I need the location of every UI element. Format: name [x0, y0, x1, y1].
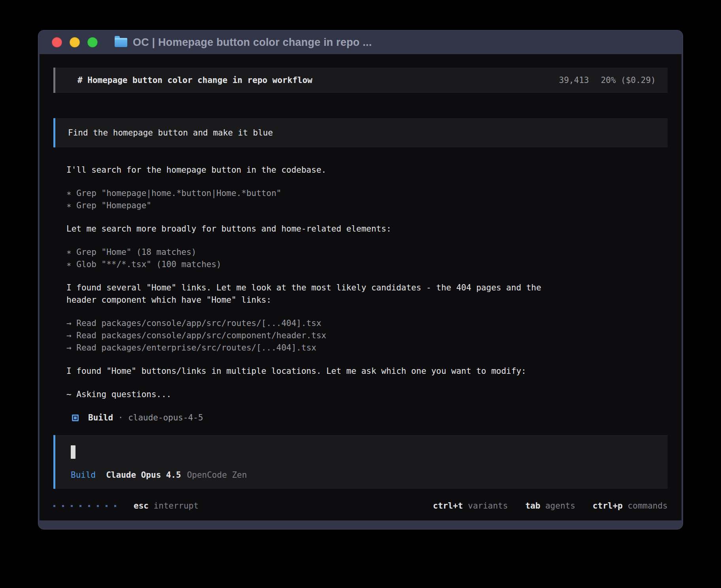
statusbar-right: ctrl+t variantstab agentsctrl+p commands	[433, 500, 668, 512]
hint-label: agents	[540, 501, 576, 511]
tool-call-text: Read packages/console/app/src/routes/[..…	[72, 318, 321, 328]
user-message: Find the homepage button and make it blu…	[53, 118, 668, 147]
spinner-dot	[106, 505, 108, 507]
key-hint: tab agents	[525, 500, 575, 512]
transcript-block: Let me search more broadly for buttons a…	[66, 223, 668, 235]
transcript-block: ∗ Grep "homepage|home.*button|Home.*butt…	[66, 187, 668, 212]
tool-call-text: Grep "Home" (18 matches)	[72, 247, 196, 257]
asterisk-icon: ∗	[66, 260, 72, 269]
user-message-text: Find the homepage button and make it blu…	[68, 127, 273, 139]
close-button[interactable]	[52, 37, 62, 47]
desktop: OC | Homepage button color change in rep…	[0, 0, 721, 588]
transcript: I'll search for the homepage button in t…	[53, 164, 668, 424]
tool-call-line: → Read packages/console/app/src/componen…	[66, 330, 668, 342]
key-hint: ctrl+t variants	[433, 500, 508, 512]
terminal-content: # Homepage button color change in repo w…	[40, 54, 681, 520]
transcript-block: ~ Asking questions...	[66, 388, 668, 401]
text-cursor	[71, 445, 75, 459]
spinner-dot	[62, 505, 64, 507]
tool-call-text: Glob "**/*.tsx" (100 matches)	[72, 260, 221, 269]
spinner-dot	[97, 505, 99, 507]
assistant-text-line: header component which have "Home" links…	[66, 294, 668, 306]
interrupt-hint: esc interrupt	[134, 500, 198, 512]
hint-label: interrupt	[149, 501, 198, 511]
zoom-button[interactable]	[87, 37, 98, 47]
tool-call-line: ∗ Grep "Home" (18 matches)	[66, 246, 668, 258]
asterisk-icon: ∗	[66, 247, 72, 257]
hint-key: ctrl+p	[593, 501, 623, 511]
key-hint: ctrl+p commands	[593, 500, 668, 512]
tool-call-line: ∗ Grep "homepage|home.*button|Home.*butt…	[66, 187, 668, 200]
agent-name: Build	[88, 412, 113, 424]
tool-call-text: Read packages/enterprise/src/routes/[...…	[72, 343, 317, 352]
arrow-right-icon: →	[66, 318, 72, 328]
folder-icon	[115, 38, 127, 47]
agent-model: claude-opus-4-5	[128, 412, 203, 424]
transcript-block: I found "Home" buttons/links in multiple…	[66, 365, 668, 377]
spinner-dot	[114, 505, 116, 507]
spinner-dot	[71, 505, 73, 507]
spinner-dot	[53, 505, 55, 507]
status-bar: esc interrupt ctrl+t variantstab agentsc…	[53, 500, 668, 512]
assistant-text-line: ~ Asking questions...	[66, 388, 668, 401]
tool-call-text: Grep "Homepage"	[72, 201, 151, 210]
session-title: # Homepage button color change in repo w…	[77, 74, 312, 87]
hint-key: tab	[525, 501, 540, 511]
tool-call-line: → Read packages/enterprise/src/routes/[.…	[66, 342, 668, 354]
assistant-text-line: I'll search for the homepage button in t…	[66, 164, 668, 176]
terminal-window: OC | Homepage button color change in rep…	[38, 30, 683, 530]
hint-label: commands	[623, 501, 668, 511]
context-usage: 20% ($0.29)	[601, 74, 656, 87]
tool-call-line: → Read packages/console/app/src/routes/[…	[66, 317, 668, 330]
tool-call-text: Grep "homepage|home.*button|Home.*button…	[72, 188, 281, 198]
spinner-dot	[79, 505, 81, 507]
token-count: 39,413	[559, 74, 589, 87]
agent-mode-label[interactable]: Build	[71, 469, 96, 481]
asterisk-icon: ∗	[66, 188, 72, 198]
session-stats: 39,413 20% ($0.29)	[559, 74, 656, 87]
session-header: # Homepage button color change in repo w…	[53, 68, 668, 93]
tool-call-text: Read packages/console/app/src/component/…	[72, 331, 327, 340]
hint-label: variants	[463, 501, 508, 511]
status-left: esc interrupt	[53, 500, 198, 512]
hint-key: ctrl+t	[433, 501, 463, 511]
hint-key: esc	[134, 501, 149, 511]
assistant-text-line: I found several "Home" links. Let me loo…	[66, 282, 668, 294]
agent-icon-fill	[74, 416, 77, 419]
provider-label: OpenCode Zen	[187, 469, 247, 481]
transcript-block: → Read packages/console/app/src/routes/[…	[66, 317, 668, 354]
agent-status-line: Build · claude-opus-4-5	[66, 412, 668, 424]
window-title: OC | Homepage button color change in rep…	[133, 36, 372, 49]
minimize-button[interactable]	[70, 37, 80, 47]
transcript-block: I'll search for the homepage button in t…	[66, 164, 668, 176]
spinner-dots	[53, 505, 116, 507]
composer-input[interactable]: Build Claude Opus 4.5 OpenCode Zen	[53, 435, 668, 489]
assistant-text-line: Let me search more broadly for buttons a…	[66, 223, 668, 235]
composer-meta: Build Claude Opus 4.5 OpenCode Zen	[71, 469, 656, 481]
arrow-right-icon: →	[66, 343, 72, 352]
window-titlebar: OC | Homepage button color change in rep…	[40, 30, 681, 54]
asterisk-icon: ∗	[66, 201, 72, 210]
transcript-block: ∗ Grep "Home" (18 matches)∗ Glob "**/*.t…	[66, 246, 668, 271]
separator-dot-icon: ·	[113, 412, 128, 424]
transcript-block: I found several "Home" links. Let me loo…	[66, 282, 668, 306]
model-label[interactable]: Claude Opus 4.5	[106, 469, 181, 481]
transcript-block: Build · claude-opus-4-5	[66, 412, 668, 424]
arrow-right-icon: →	[66, 331, 72, 340]
agent-build-icon	[72, 415, 79, 421]
tool-call-line: ∗ Glob "**/*.tsx" (100 matches)	[66, 258, 668, 271]
spinner-dot	[88, 505, 90, 507]
assistant-text-line: I found "Home" buttons/links in multiple…	[66, 365, 668, 377]
tool-call-line: ∗ Grep "Homepage"	[66, 200, 668, 212]
